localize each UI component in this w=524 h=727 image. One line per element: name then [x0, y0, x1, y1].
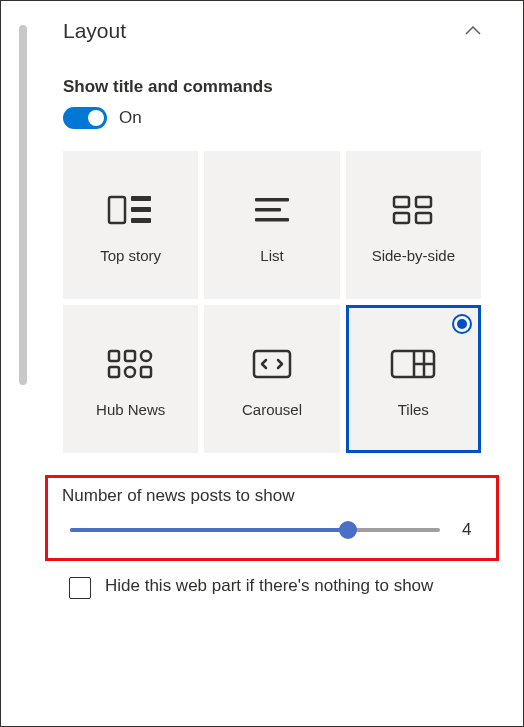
- toggle-label: Show title and commands: [63, 77, 481, 97]
- layout-name: List: [260, 247, 283, 264]
- svg-rect-7: [394, 197, 409, 207]
- layout-panel: Layout Show title and commands On Top: [1, 1, 523, 617]
- layout-name: Hub News: [96, 401, 165, 418]
- toggle-state: On: [119, 108, 142, 128]
- checkbox-label: Hide this web part if there's nothing to…: [105, 575, 433, 598]
- svg-rect-4: [255, 198, 289, 202]
- svg-point-15: [125, 367, 135, 377]
- slider-value: 4: [462, 520, 482, 540]
- layout-name: Tiles: [398, 401, 429, 418]
- svg-rect-16: [141, 367, 151, 377]
- slider-row: 4: [62, 520, 482, 540]
- scrollbar[interactable]: [19, 25, 27, 385]
- svg-rect-1: [131, 196, 151, 201]
- radio-selected-icon: [452, 314, 472, 334]
- svg-rect-3: [131, 218, 151, 223]
- checkbox-row: Hide this web part if there's nothing to…: [63, 575, 481, 599]
- svg-rect-5: [255, 208, 281, 212]
- layout-option-carousel[interactable]: Carousel: [204, 305, 339, 453]
- svg-rect-17: [254, 351, 290, 377]
- svg-rect-12: [125, 351, 135, 361]
- carousel-icon: [250, 341, 294, 387]
- layout-name: Side-by-side: [372, 247, 455, 264]
- tiles-icon: [390, 341, 436, 387]
- layout-grid: Top story List Side-by-si: [63, 151, 481, 453]
- svg-rect-2: [131, 207, 151, 212]
- toggle-switch[interactable]: [63, 107, 107, 129]
- layout-option-list[interactable]: List: [204, 151, 339, 299]
- layout-name: Top story: [100, 247, 161, 264]
- slider-fill: [70, 528, 348, 532]
- side-by-side-icon: [392, 187, 434, 233]
- toggle-section: Show title and commands On: [63, 77, 481, 129]
- layout-option-hub-news[interactable]: Hub News: [63, 305, 198, 453]
- layout-name: Carousel: [242, 401, 302, 418]
- toggle-row: On: [63, 107, 481, 129]
- svg-rect-8: [416, 197, 431, 207]
- slider[interactable]: [70, 528, 440, 532]
- svg-rect-6: [255, 218, 289, 222]
- layout-option-top-story[interactable]: Top story: [63, 151, 198, 299]
- svg-rect-9: [394, 213, 409, 223]
- section-title: Layout: [63, 19, 126, 43]
- toggle-thumb: [88, 110, 104, 126]
- slider-thumb[interactable]: [339, 521, 357, 539]
- layout-option-side-by-side[interactable]: Side-by-side: [346, 151, 481, 299]
- top-story-icon: [107, 187, 155, 233]
- highlighted-slider-section: Number of news posts to show 4: [45, 475, 499, 561]
- hub-news-icon: [107, 341, 155, 387]
- slider-label: Number of news posts to show: [62, 486, 482, 506]
- checkbox-hide-webpart[interactable]: [69, 577, 91, 599]
- layout-option-tiles[interactable]: Tiles: [346, 305, 481, 453]
- list-icon: [253, 187, 291, 233]
- svg-rect-11: [109, 351, 119, 361]
- svg-rect-0: [109, 197, 125, 223]
- chevron-up-icon: [465, 26, 481, 36]
- svg-rect-14: [109, 367, 119, 377]
- section-header[interactable]: Layout: [63, 19, 481, 43]
- svg-rect-10: [416, 213, 431, 223]
- svg-point-13: [141, 351, 151, 361]
